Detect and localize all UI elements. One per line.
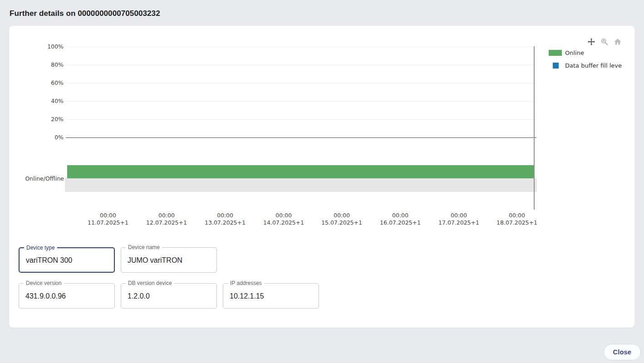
chart-toolbar [587,38,622,46]
offline-track-bar [65,178,537,192]
device-name-input[interactable] [121,248,216,272]
x-tick-date: 15.07.2025+1 [315,219,369,226]
y-tick: 40% [9,98,64,105]
legend-swatch-data-buffer [553,63,559,69]
close-button[interactable]: Close [604,344,641,360]
x-tick-date: 11.07.2025+1 [81,219,135,226]
home-icon[interactable] [614,38,622,46]
x-tick-time: 00:00 [315,212,369,219]
legend-item-online[interactable]: Online [549,49,584,56]
device-version-field: Device version [19,283,115,309]
gridline-60 [66,83,536,83]
device-type-field: Device type [19,247,115,273]
zero-axis-line [66,137,536,138]
x-tick-time: 00:00 [139,212,194,219]
device-version-input[interactable] [19,284,114,308]
x-tick-time: 00:00 [256,212,311,219]
current-time-marker [534,46,535,210]
x-tick: 00:0015.07.2025+1 [315,212,369,226]
legend-label: Data buffer fill leve [565,62,622,69]
online-status-bar [67,165,535,178]
x-tick-date: 13.07.2025+1 [198,219,252,226]
y-tick: 100% [9,43,64,50]
device-name-field: Device name [121,247,217,273]
x-tick: 00:0016.07.2025+1 [373,212,428,226]
legend-label: Online [565,49,584,56]
x-tick-time: 00:00 [373,212,428,219]
db-version-device-input[interactable] [121,284,216,308]
row-label-online-offline: Online/Offline [9,175,64,182]
y-tick: 80% [9,61,64,69]
x-tick: 00:0018.07.2025+1 [490,212,544,226]
device-type-input[interactable] [20,248,114,272]
x-tick-date: 17.07.2025+1 [432,219,486,226]
ip-addresses-input[interactable] [223,284,319,308]
details-card: 100% 80% 60% 40% 20% 0% Online/Offline 0… [9,26,634,328]
x-tick-date: 18.07.2025+1 [490,219,544,226]
x-tick: 00:0013.07.2025+1 [198,212,252,226]
x-tick: 00:0011.07.2025+1 [81,212,135,226]
status-chart[interactable]: 100% 80% 60% 40% 20% 0% Online/Offline 0… [9,26,634,244]
x-tick-date: 16.07.2025+1 [373,219,428,226]
x-tick-time: 00:00 [81,212,135,219]
x-tick-time: 00:00 [198,212,252,219]
x-tick-date: 12.07.2025+1 [139,219,194,226]
ip-addresses-field: IP addresses [223,283,319,309]
x-tick-time: 00:00 [432,212,486,219]
gridline-100 [66,47,536,47]
page-title: Further details on 0000000000705003232 [10,9,160,18]
y-tick: 0% [9,134,64,141]
y-tick: 20% [9,116,64,123]
x-tick-date: 14.07.2025+1 [256,219,311,226]
gridline-20 [66,119,536,120]
x-tick: 00:0012.07.2025+1 [139,212,194,226]
x-tick: 00:0017.07.2025+1 [432,212,486,226]
db-version-device-field: DB version device [121,283,217,309]
legend-swatch-online [549,50,562,56]
box-zoom-icon[interactable] [600,38,609,46]
legend-item-data-buffer[interactable]: Data buffer fill leve [553,62,622,69]
x-tick: 00:0014.07.2025+1 [256,212,311,226]
y-tick: 60% [9,79,64,87]
gridline-40 [66,101,536,102]
gridline-80 [66,65,536,65]
x-tick-time: 00:00 [490,212,544,219]
pan-icon[interactable] [587,38,595,46]
